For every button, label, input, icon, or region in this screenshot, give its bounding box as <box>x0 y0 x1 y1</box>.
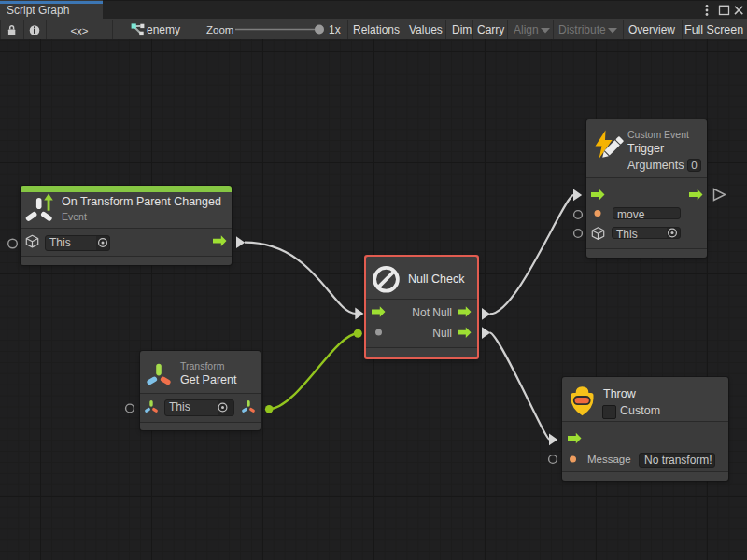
svg-text:<x>: <x> <box>70 25 88 36</box>
